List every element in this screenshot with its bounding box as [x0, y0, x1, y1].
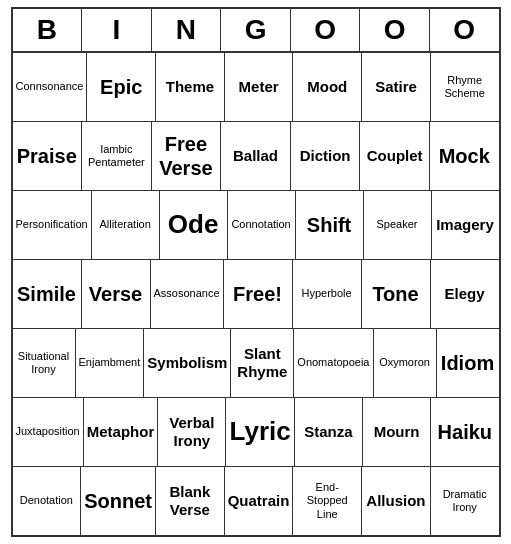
cell-3-3: Free!	[224, 260, 293, 328]
cell-4-5: Oxymoron	[374, 329, 437, 397]
header-cell: G	[221, 9, 291, 51]
cell-3-0: Simile	[13, 260, 82, 328]
table-row: PersonificationAlliterationOdeConnotatio…	[13, 191, 499, 260]
cell-5-3: Lyric	[226, 398, 294, 466]
cell-1-0: Praise	[13, 122, 83, 190]
cell-5-1: Metaphor	[84, 398, 159, 466]
cell-4-0: Situational Irony	[13, 329, 76, 397]
cell-3-1: Verse	[82, 260, 151, 328]
cell-6-6: Dramatic Irony	[431, 467, 499, 535]
cell-5-6: Haiku	[431, 398, 498, 466]
cell-0-1: Epic	[87, 53, 156, 121]
header-row: BINGOOO	[13, 9, 499, 53]
cell-6-3: Quatrain	[225, 467, 294, 535]
cell-4-3: Slant Rhyme	[231, 329, 294, 397]
cell-3-5: Tone	[362, 260, 431, 328]
table-row: Situational IronyEnjambmentSymbolismSlan…	[13, 329, 499, 398]
cell-0-5: Satire	[362, 53, 431, 121]
cell-5-2: Verbal Irony	[158, 398, 226, 466]
cell-6-0: Denotation	[13, 467, 82, 535]
table-row: ConnsonanceEpicThemeMeterMoodSatireRhyme…	[13, 53, 499, 122]
grid: ConnsonanceEpicThemeMeterMoodSatireRhyme…	[13, 53, 499, 535]
cell-2-0: Personification	[13, 191, 92, 259]
cell-3-4: Hyperbole	[293, 260, 362, 328]
header-cell: O	[430, 9, 499, 51]
cell-6-4: End-Stopped Line	[293, 467, 362, 535]
cell-5-4: Stanza	[295, 398, 363, 466]
cell-2-3: Connotation	[228, 191, 296, 259]
table-row: DenotationSonnetBlank VerseQuatrainEnd-S…	[13, 467, 499, 535]
cell-4-2: Symbolism	[144, 329, 231, 397]
cell-3-2: Assosonance	[151, 260, 224, 328]
header-cell: I	[82, 9, 152, 51]
cell-5-5: Mourn	[363, 398, 431, 466]
cell-1-4: Diction	[291, 122, 361, 190]
cell-1-6: Mock	[430, 122, 499, 190]
cell-2-4: Shift	[296, 191, 364, 259]
cell-0-4: Mood	[293, 53, 362, 121]
cell-2-1: Alliteration	[92, 191, 160, 259]
cell-2-6: Imagery	[432, 191, 499, 259]
cell-4-4: Onomatopoeia	[294, 329, 373, 397]
table-row: JuxtapositionMetaphorVerbal IronyLyricSt…	[13, 398, 499, 467]
table-row: PraiseIambic PentameterFree VerseBalladD…	[13, 122, 499, 191]
cell-3-6: Elegy	[431, 260, 499, 328]
header-cell: B	[13, 9, 83, 51]
cell-1-5: Couplet	[360, 122, 430, 190]
cell-4-1: Enjambment	[76, 329, 145, 397]
cell-0-2: Theme	[156, 53, 225, 121]
table-row: SimileVerseAssosonanceFree!HyperboleTone…	[13, 260, 499, 329]
cell-1-1: Iambic Pentameter	[82, 122, 152, 190]
header-cell: N	[152, 9, 222, 51]
bingo-card: BINGOOO ConnsonanceEpicThemeMeterMoodSat…	[11, 7, 501, 537]
cell-2-2: Ode	[160, 191, 228, 259]
cell-1-2: Free Verse	[152, 122, 222, 190]
cell-1-3: Ballad	[221, 122, 291, 190]
cell-6-5: Allusion	[362, 467, 431, 535]
cell-6-1: Sonnet	[81, 467, 156, 535]
cell-5-0: Juxtaposition	[13, 398, 84, 466]
cell-6-2: Blank Verse	[156, 467, 225, 535]
cell-0-6: Rhyme Scheme	[431, 53, 499, 121]
cell-2-5: Speaker	[364, 191, 432, 259]
cell-0-3: Meter	[225, 53, 294, 121]
cell-0-0: Connsonance	[13, 53, 88, 121]
header-cell: O	[360, 9, 430, 51]
header-cell: O	[291, 9, 361, 51]
cell-4-6: Idiom	[437, 329, 499, 397]
